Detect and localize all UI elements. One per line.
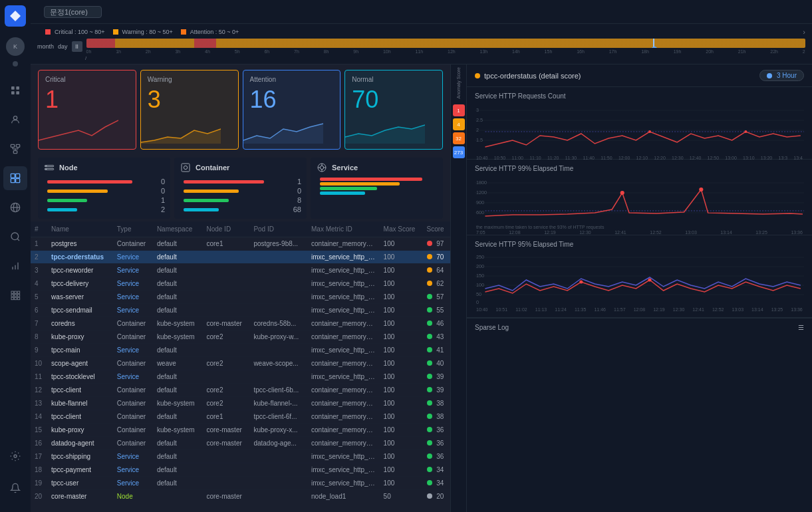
- table-row[interactable]: 15 kube-proxy Container kube-system core…: [31, 424, 450, 437]
- cell-max-score: 100: [380, 437, 423, 450]
- cell-metric: imxc_service_http_requests...: [307, 251, 380, 264]
- sidebar-item-search[interactable]: [3, 225, 27, 249]
- cell-pod-id: tpcc-client-6f...: [249, 410, 307, 424]
- cell-node-id: [202, 304, 249, 317]
- cell-score: 97: [423, 237, 450, 251]
- cell-metric: container_memory_cache: [307, 437, 380, 450]
- table-row[interactable]: 19 tpcc-user Service default imxc_servic…: [31, 477, 450, 490]
- cell-score: 40: [423, 357, 450, 370]
- cell-namespace: default: [153, 291, 203, 304]
- table-row[interactable]: 11 tpcc-stocklevel Service default imxc_…: [31, 370, 450, 384]
- table-row[interactable]: 17 tpcc-shipping Service default imxc_se…: [31, 450, 450, 463]
- cell-namespace: default: [153, 251, 203, 264]
- timeline-right-arrow[interactable]: ›: [803, 28, 805, 36]
- cluster-select[interactable]: 문정1(core): [44, 6, 102, 18]
- anomaly-score-4[interactable]: 273: [453, 146, 465, 158]
- time-range-button[interactable]: 3 Hour: [759, 70, 804, 81]
- cell-num: 7: [31, 317, 47, 330]
- cell-namespace: default: [153, 410, 203, 424]
- table-row[interactable]: 2 tpcc-orderstatus Service default imxc_…: [31, 251, 450, 264]
- cell-namespace: kube-system: [153, 317, 203, 330]
- table-row[interactable]: 1 postgres Container default core1 postg…: [31, 237, 450, 251]
- sidebar-item-globe[interactable]: [3, 195, 27, 219]
- table-row[interactable]: 4 tpcc-delivery Service default imxc_ser…: [31, 277, 450, 291]
- table-row[interactable]: 20 core-master Node core-master node_loa…: [31, 490, 450, 501]
- sidebar-item-grid[interactable]: [3, 283, 27, 307]
- cell-namespace: default: [153, 370, 203, 384]
- node-title: Node: [59, 164, 78, 172]
- cell-score: 36: [423, 450, 450, 463]
- svg-rect-30: [17, 295, 19, 297]
- sparse-log-menu[interactable]: ☰: [798, 324, 804, 331]
- svg-point-40: [46, 166, 47, 166]
- table-row[interactable]: 5 was-server Service default imxc_servic…: [31, 291, 450, 304]
- svg-marker-36: [243, 124, 323, 144]
- cell-type: Service: [113, 477, 153, 490]
- sidebar-item-home[interactable]: [3, 78, 27, 102]
- svg-rect-3: [11, 91, 15, 94]
- content-area: Critical 1 Warning 3 Attention: [31, 64, 812, 512]
- svg-text:150: 150: [476, 273, 484, 279]
- cell-namespace: default: [153, 450, 203, 463]
- table-row[interactable]: 18 tpcc-payment Service default imxc_ser…: [31, 463, 450, 477]
- col-type: Type: [113, 221, 153, 237]
- cell-max-score: 100: [380, 251, 423, 264]
- cell-name: datadog-agent: [47, 437, 113, 450]
- table-row[interactable]: 6 tpcc-sendmail Service default imxc_ser…: [31, 304, 450, 317]
- table-row[interactable]: 8 kube-proxy Container kube-system core2…: [31, 330, 450, 344]
- anomaly-score-2[interactable]: 4: [453, 118, 465, 130]
- cell-pod-id: [249, 304, 307, 317]
- svg-rect-26: [15, 291, 17, 293]
- cell-node-id: core-master: [202, 317, 249, 330]
- table-row[interactable]: 13 kube-flannel Container kube-system co…: [31, 397, 450, 410]
- table-row[interactable]: 12 tpcc-client Container default core2 t…: [31, 384, 450, 397]
- cell-type: Service: [113, 370, 153, 384]
- cell-pod-id: [249, 251, 307, 264]
- cell-num: 2: [31, 251, 47, 264]
- sidebar-item-settings[interactable]: [3, 444, 27, 468]
- cell-score: 39: [423, 384, 450, 397]
- sidebar-item-topology[interactable]: [3, 137, 27, 161]
- timeline-pause-btn[interactable]: ⏸: [72, 41, 82, 52]
- cell-type: Service: [113, 450, 153, 463]
- cell-type: Container: [113, 437, 153, 450]
- cell-namespace: default: [153, 304, 203, 317]
- cell-pod-id: [249, 463, 307, 477]
- timeline-section: Critical : 100 ~ 80+ Warning : 80 ~ 50+ …: [31, 24, 812, 64]
- cell-num: 17: [31, 450, 47, 463]
- sidebar-item-analytics[interactable]: [3, 254, 27, 278]
- cell-metric: container_memory_cache: [307, 397, 380, 410]
- svg-rect-1: [11, 86, 15, 90]
- right-panel: tpcc-orderstatus (detail score) 3 Hour S…: [466, 64, 812, 512]
- user-dot[interactable]: [13, 61, 18, 66]
- anomaly-score-3[interactable]: 32: [453, 132, 465, 144]
- cell-num: 20: [31, 490, 47, 501]
- cell-node-id: [202, 344, 249, 357]
- cell-num: 3: [31, 264, 47, 277]
- table-row[interactable]: 16 datadog-agent Container default core-…: [31, 437, 450, 450]
- cell-node-id: core1: [202, 237, 249, 251]
- table-row[interactable]: 3 tpcc-neworder Service default imxc_ser…: [31, 264, 450, 277]
- cell-num: 18: [31, 463, 47, 477]
- cell-type: Service: [113, 463, 153, 477]
- anomaly-sidebar: Anomaly Score 1 4 32 273: [450, 64, 466, 512]
- cell-max-score: 100: [380, 424, 423, 437]
- cell-pod-id: [249, 450, 307, 463]
- cell-max-score: 100: [380, 463, 423, 477]
- cell-node-id: core-master: [202, 424, 249, 437]
- sidebar-item-bell[interactable]: [3, 476, 27, 500]
- critical-label: Critical: [45, 76, 129, 83]
- sidebar-avatar[interactable]: K: [6, 37, 25, 56]
- table-row[interactable]: 14 tpcc-client Container default core1 t…: [31, 410, 450, 424]
- anomaly-score-1[interactable]: 1: [453, 104, 465, 116]
- legend-attention: Attention : 50 ~ 0+: [190, 29, 239, 35]
- svg-rect-28: [11, 295, 13, 297]
- sidebar-item-users[interactable]: [3, 108, 27, 132]
- svg-rect-27: [17, 291, 19, 293]
- cell-max-score: 100: [380, 291, 423, 304]
- table-row[interactable]: 10 scope-agent Container weave core2 wea…: [31, 357, 450, 370]
- svg-point-41: [46, 169, 47, 170]
- table-row[interactable]: 9 tpcc-main Service default imxc_service…: [31, 344, 450, 357]
- table-row[interactable]: 7 coredns Container kube-system core-mas…: [31, 317, 450, 330]
- sidebar-item-dashboard[interactable]: [3, 166, 27, 190]
